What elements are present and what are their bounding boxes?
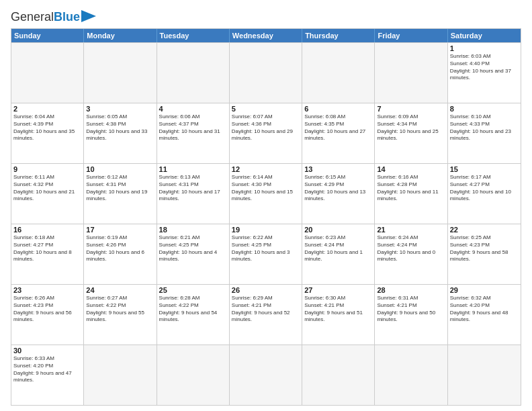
calendar-cell: 4Sunrise: 6:06 AM Sunset: 4:37 PM Daylig… (157, 103, 230, 163)
day-number: 7 (377, 105, 445, 113)
calendar-cell (84, 345, 157, 405)
calendar-cell: 15Sunrise: 6:17 AM Sunset: 4:27 PM Dayli… (448, 164, 521, 224)
calendar: Sunday Monday Tuesday Wednesday Thursday… (11, 28, 521, 406)
calendar-row: 16Sunrise: 6:18 AM Sunset: 4:27 PM Dayli… (11, 224, 521, 284)
calendar-cell: 21Sunrise: 6:24 AM Sunset: 4:24 PM Dayli… (375, 224, 447, 284)
day-number: 2 (13, 105, 81, 113)
calendar-cell (448, 345, 521, 405)
calendar-cell: 3Sunrise: 6:05 AM Sunset: 4:38 PM Daylig… (84, 103, 157, 163)
day-number: 10 (86, 165, 154, 173)
day-number: 22 (450, 226, 519, 234)
calendar-cell: 13Sunrise: 6:15 AM Sunset: 4:29 PM Dayli… (302, 164, 375, 224)
calendar-cell: 19Sunrise: 6:22 AM Sunset: 4:25 PM Dayli… (230, 224, 302, 284)
day-info: Sunrise: 6:10 AM Sunset: 4:33 PM Dayligh… (450, 113, 519, 142)
day-number: 5 (232, 105, 300, 113)
calendar-header: Sunday Monday Tuesday Wednesday Thursday… (11, 29, 521, 42)
calendar-cell: 22Sunrise: 6:25 AM Sunset: 4:23 PM Dayli… (448, 224, 521, 284)
calendar-cell (157, 43, 230, 103)
day-info: Sunrise: 6:31 AM Sunset: 4:21 PM Dayligh… (377, 295, 445, 324)
day-number: 26 (232, 286, 300, 294)
day-info: Sunrise: 6:04 AM Sunset: 4:39 PM Dayligh… (13, 113, 81, 142)
calendar-cell: 29Sunrise: 6:32 AM Sunset: 4:20 PM Dayli… (448, 285, 521, 345)
calendar-cell: 25Sunrise: 6:28 AM Sunset: 4:22 PM Dayli… (157, 285, 230, 345)
day-number: 21 (377, 226, 445, 234)
day-info: Sunrise: 6:19 AM Sunset: 4:26 PM Dayligh… (86, 234, 154, 263)
calendar-cell: 12Sunrise: 6:14 AM Sunset: 4:30 PM Dayli… (230, 164, 302, 224)
calendar-cell: 5Sunrise: 6:07 AM Sunset: 4:36 PM Daylig… (230, 103, 302, 163)
calendar-cell: 28Sunrise: 6:31 AM Sunset: 4:21 PM Dayli… (375, 285, 447, 345)
day-info: Sunrise: 6:32 AM Sunset: 4:20 PM Dayligh… (450, 295, 519, 324)
weekday-tuesday: Tuesday (157, 29, 230, 42)
day-number: 8 (450, 105, 519, 113)
logo-text: GeneralBlue (11, 11, 80, 23)
day-info: Sunrise: 6:05 AM Sunset: 4:38 PM Dayligh… (86, 113, 154, 142)
calendar-cell: 1Sunrise: 6:03 AM Sunset: 4:40 PM Daylig… (448, 43, 521, 103)
calendar-cell: 7Sunrise: 6:09 AM Sunset: 4:34 PM Daylig… (375, 103, 447, 163)
day-number: 27 (304, 286, 372, 294)
calendar-cell: 17Sunrise: 6:19 AM Sunset: 4:26 PM Dayli… (84, 224, 157, 284)
weekday-thursday: Thursday (302, 29, 375, 42)
day-number: 1 (450, 44, 519, 52)
calendar-cell (375, 43, 447, 103)
calendar-cell (230, 345, 302, 405)
day-number: 20 (304, 226, 372, 234)
calendar-cell: 8Sunrise: 6:10 AM Sunset: 4:33 PM Daylig… (448, 103, 521, 163)
day-number: 30 (13, 347, 81, 355)
day-info: Sunrise: 6:33 AM Sunset: 4:20 PM Dayligh… (13, 355, 81, 384)
calendar-cell (157, 345, 230, 405)
day-info: Sunrise: 6:18 AM Sunset: 4:27 PM Dayligh… (13, 234, 81, 263)
weekday-monday: Monday (84, 29, 157, 42)
calendar-cell: 2Sunrise: 6:04 AM Sunset: 4:39 PM Daylig… (11, 103, 84, 163)
calendar-cell: 6Sunrise: 6:08 AM Sunset: 4:35 PM Daylig… (302, 103, 375, 163)
calendar-cell: 16Sunrise: 6:18 AM Sunset: 4:27 PM Dayli… (11, 224, 84, 284)
calendar-cell (11, 43, 84, 103)
day-info: Sunrise: 6:15 AM Sunset: 4:29 PM Dayligh… (304, 174, 372, 203)
logo-triangle-icon (81, 10, 96, 22)
calendar-cell (375, 345, 447, 405)
calendar-cell: 27Sunrise: 6:30 AM Sunset: 4:21 PM Dayli… (302, 285, 375, 345)
header: GeneralBlue (11, 11, 521, 23)
day-number: 15 (450, 165, 519, 173)
day-info: Sunrise: 6:25 AM Sunset: 4:23 PM Dayligh… (450, 234, 519, 263)
day-info: Sunrise: 6:27 AM Sunset: 4:22 PM Dayligh… (86, 295, 154, 324)
day-number: 9 (13, 165, 81, 173)
weekday-wednesday: Wednesday (230, 29, 302, 42)
day-info: Sunrise: 6:28 AM Sunset: 4:22 PM Dayligh… (159, 295, 227, 324)
day-info: Sunrise: 6:09 AM Sunset: 4:34 PM Dayligh… (377, 113, 445, 142)
day-info: Sunrise: 6:17 AM Sunset: 4:27 PM Dayligh… (450, 174, 519, 203)
day-info: Sunrise: 6:23 AM Sunset: 4:24 PM Dayligh… (304, 234, 372, 263)
day-info: Sunrise: 6:13 AM Sunset: 4:31 PM Dayligh… (159, 174, 227, 203)
day-number: 25 (159, 286, 227, 294)
day-info: Sunrise: 6:26 AM Sunset: 4:23 PM Dayligh… (13, 295, 81, 324)
calendar-cell: 26Sunrise: 6:29 AM Sunset: 4:21 PM Dayli… (230, 285, 302, 345)
day-number: 11 (159, 165, 227, 173)
day-info: Sunrise: 6:21 AM Sunset: 4:25 PM Dayligh… (159, 234, 227, 263)
calendar-cell: 10Sunrise: 6:12 AM Sunset: 4:31 PM Dayli… (84, 164, 157, 224)
day-info: Sunrise: 6:07 AM Sunset: 4:36 PM Dayligh… (232, 113, 300, 142)
calendar-row: 2Sunrise: 6:04 AM Sunset: 4:39 PM Daylig… (11, 103, 521, 163)
calendar-cell: 9Sunrise: 6:11 AM Sunset: 4:32 PM Daylig… (11, 164, 84, 224)
calendar-cell (84, 43, 157, 103)
day-number: 23 (13, 286, 81, 294)
day-number: 17 (86, 226, 154, 234)
calendar-cell (230, 43, 302, 103)
day-number: 19 (232, 226, 300, 234)
calendar-row: 1Sunrise: 6:03 AM Sunset: 4:40 PM Daylig… (11, 42, 521, 103)
day-number: 29 (450, 286, 519, 294)
day-info: Sunrise: 6:08 AM Sunset: 4:35 PM Dayligh… (304, 113, 372, 142)
weekday-saturday: Saturday (448, 29, 521, 42)
weekday-sunday: Sunday (11, 29, 84, 42)
calendar-cell: 20Sunrise: 6:23 AM Sunset: 4:24 PM Dayli… (302, 224, 375, 284)
day-number: 13 (304, 165, 372, 173)
calendar-cell: 14Sunrise: 6:16 AM Sunset: 4:28 PM Dayli… (375, 164, 447, 224)
day-number: 4 (159, 105, 227, 113)
day-info: Sunrise: 6:03 AM Sunset: 4:40 PM Dayligh… (450, 53, 519, 82)
day-info: Sunrise: 6:16 AM Sunset: 4:28 PM Dayligh… (377, 174, 445, 203)
logo: GeneralBlue (11, 11, 96, 23)
day-number: 16 (13, 226, 81, 234)
svg-marker-0 (81, 10, 96, 22)
day-info: Sunrise: 6:14 AM Sunset: 4:30 PM Dayligh… (232, 174, 300, 203)
calendar-body: 1Sunrise: 6:03 AM Sunset: 4:40 PM Daylig… (11, 42, 521, 405)
page: GeneralBlue Sunday Monday Tuesday Wednes… (0, 0, 532, 411)
day-info: Sunrise: 6:29 AM Sunset: 4:21 PM Dayligh… (232, 295, 300, 324)
